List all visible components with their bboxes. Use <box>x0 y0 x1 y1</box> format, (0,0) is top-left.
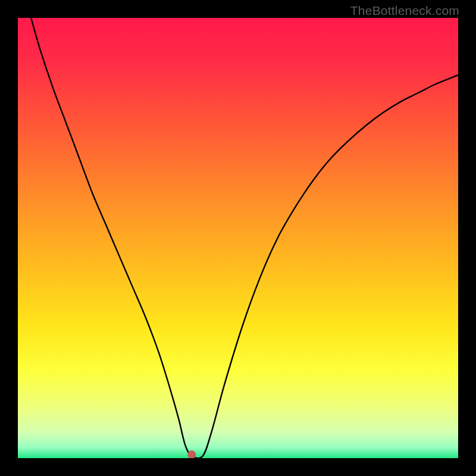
plot-area <box>18 18 458 458</box>
curve-layer <box>18 18 458 458</box>
bottleneck-curve <box>31 18 458 458</box>
chart-frame: TheBottleneck.com <box>0 0 476 476</box>
watermark-text: TheBottleneck.com <box>350 4 459 18</box>
